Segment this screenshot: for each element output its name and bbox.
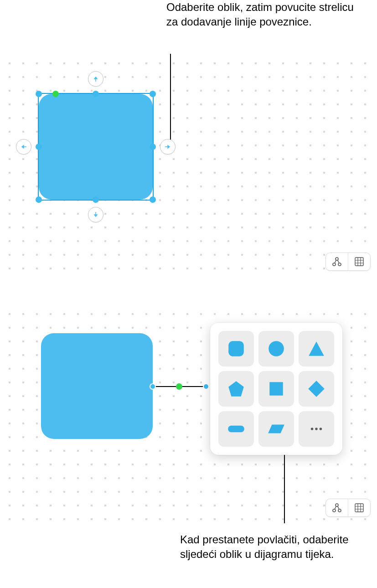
callout-leader-bottom [284, 455, 285, 523]
svg-point-10 [320, 428, 322, 430]
diagram-mode-button[interactable] [326, 499, 348, 516]
picker-shape-pentagon[interactable] [218, 371, 254, 407]
svg-point-12 [333, 509, 336, 512]
svg-point-8 [311, 428, 313, 430]
picker-shape-pill[interactable] [218, 411, 254, 447]
resize-handle-tr[interactable] [150, 91, 156, 97]
resize-handle-ml[interactable] [36, 144, 42, 150]
svg-point-5 [269, 341, 284, 356]
resize-handle-bm[interactable] [93, 196, 99, 203]
picker-shape-rounded-square[interactable] [218, 331, 254, 366]
svg-rect-4 [228, 341, 244, 356]
diagram-mode-button[interactable] [326, 253, 348, 270]
connect-arrow-right[interactable] [160, 139, 176, 155]
callout-top: Odaberite oblik, zatim povucite strelicu… [166, 0, 367, 30]
source-shape[interactable] [41, 333, 153, 439]
canvas-shape-picker [0, 304, 377, 523]
resize-handle-tl[interactable] [36, 91, 42, 97]
resize-handle-mr[interactable] [150, 144, 156, 150]
grid-toggle-button[interactable] [348, 499, 370, 516]
canvas-toolbar [325, 253, 371, 271]
connect-arrow-up[interactable] [88, 71, 103, 87]
resize-handle-br[interactable] [150, 196, 156, 203]
callout-bottom: Kad prestanete povlačiti, odaberite slje… [180, 532, 372, 562]
svg-rect-6 [269, 382, 283, 395]
shape-picker-popover [210, 323, 342, 455]
connector-endpoint-start[interactable] [150, 383, 156, 390]
resize-handle-bl[interactable] [36, 196, 42, 203]
connector-midpoint[interactable] [176, 383, 182, 390]
picker-shape-triangle[interactable] [299, 331, 334, 366]
grid-toggle-button[interactable] [348, 253, 370, 270]
picker-shape-square[interactable] [258, 371, 294, 407]
canvas-toolbar [325, 499, 371, 517]
canvas-selected-shape [0, 54, 377, 277]
svg-rect-7 [228, 426, 244, 433]
svg-point-1 [333, 263, 336, 266]
svg-point-9 [315, 428, 317, 430]
svg-point-0 [336, 258, 338, 260]
svg-rect-3 [355, 258, 363, 266]
picker-shape-parallelogram[interactable] [258, 411, 294, 447]
connect-arrow-left[interactable] [16, 139, 31, 155]
svg-point-2 [338, 263, 341, 266]
picker-shape-circle[interactable] [258, 331, 294, 366]
svg-point-13 [338, 509, 341, 512]
picker-shape-diamond[interactable] [299, 371, 334, 407]
connector-endpoint-end[interactable] [203, 383, 209, 390]
selected-shape[interactable] [39, 94, 153, 200]
callout-leader-top [170, 54, 171, 140]
svg-rect-14 [355, 504, 363, 512]
resize-handle-tm[interactable] [93, 91, 99, 97]
svg-point-11 [336, 504, 338, 506]
rotate-handle[interactable] [52, 91, 59, 97]
picker-shape-more[interactable] [299, 411, 334, 447]
connect-arrow-down[interactable] [88, 207, 103, 222]
